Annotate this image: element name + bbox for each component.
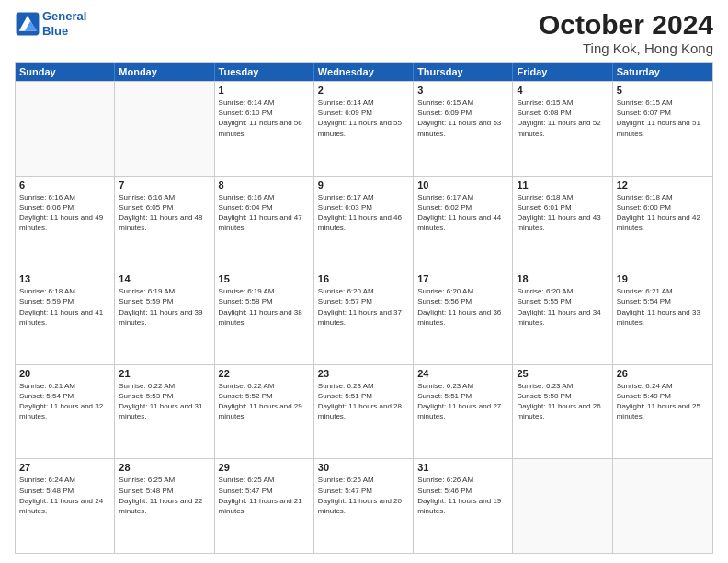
day-info: Sunrise: 6:16 AM Sunset: 6:05 PM Dayligh… [119, 192, 210, 234]
title-block: October 2024 Ting Kok, Hong Kong [539, 9, 713, 56]
cal-day-13: 13Sunrise: 6:18 AM Sunset: 5:59 PM Dayli… [16, 270, 115, 364]
cal-week-5: 27Sunrise: 6:24 AM Sunset: 5:48 PM Dayli… [16, 458, 712, 553]
cal-day-20: 20Sunrise: 6:21 AM Sunset: 5:54 PM Dayli… [16, 365, 115, 459]
cal-day-16: 16Sunrise: 6:20 AM Sunset: 5:57 PM Dayli… [314, 270, 414, 364]
day-number: 25 [517, 368, 608, 379]
cal-day-3: 3Sunrise: 6:15 AM Sunset: 6:09 PM Daylig… [414, 82, 513, 176]
cal-day-27: 27Sunrise: 6:24 AM Sunset: 5:48 PM Dayli… [16, 459, 115, 553]
cal-day-9: 9Sunrise: 6:17 AM Sunset: 6:03 PM Daylig… [314, 177, 414, 270]
calendar-header-row: SundayMondayTuesdayWednesdayThursdayFrid… [16, 63, 712, 81]
day-number: 14 [119, 273, 210, 284]
day-info: Sunrise: 6:20 AM Sunset: 5:56 PM Dayligh… [417, 286, 508, 327]
day-info: Sunrise: 6:26 AM Sunset: 5:46 PM Dayligh… [417, 475, 508, 516]
cal-day-2: 2Sunrise: 6:14 AM Sunset: 6:09 PM Daylig… [314, 82, 414, 176]
cal-day-18: 18Sunrise: 6:20 AM Sunset: 5:55 PM Dayli… [513, 270, 612, 364]
day-info: Sunrise: 6:16 AM Sunset: 6:06 PM Dayligh… [19, 192, 110, 234]
calendar: SundayMondayTuesdayWednesdayThursdayFrid… [15, 62, 713, 554]
cal-day-24: 24Sunrise: 6:23 AM Sunset: 5:51 PM Dayli… [414, 365, 513, 459]
cal-header-sunday: Sunday [16, 63, 115, 81]
day-info: Sunrise: 6:19 AM Sunset: 5:58 PM Dayligh… [219, 286, 310, 327]
day-number: 17 [417, 273, 508, 284]
day-number: 29 [219, 462, 310, 473]
day-info: Sunrise: 6:17 AM Sunset: 6:03 PM Dayligh… [318, 192, 409, 234]
day-number: 27 [19, 462, 110, 473]
calendar-subtitle: Ting Kok, Hong Kong [539, 40, 713, 56]
cal-day-6: 6Sunrise: 6:16 AM Sunset: 6:06 PM Daylig… [16, 177, 115, 270]
day-info: Sunrise: 6:23 AM Sunset: 5:51 PM Dayligh… [318, 381, 409, 422]
day-number: 1 [219, 85, 310, 96]
day-info: Sunrise: 6:19 AM Sunset: 5:59 PM Dayligh… [119, 286, 210, 327]
cal-day-29: 29Sunrise: 6:25 AM Sunset: 5:47 PM Dayli… [215, 459, 314, 553]
day-info: Sunrise: 6:18 AM Sunset: 5:59 PM Dayligh… [19, 286, 110, 327]
day-number: 5 [617, 85, 709, 96]
cal-day-empty [16, 82, 115, 176]
day-number: 7 [119, 179, 210, 190]
day-info: Sunrise: 6:14 AM Sunset: 6:09 PM Dayligh… [318, 98, 409, 139]
cal-header-saturday: Saturday [613, 63, 712, 81]
day-info: Sunrise: 6:26 AM Sunset: 5:47 PM Dayligh… [318, 475, 409, 516]
day-number: 12 [617, 179, 709, 190]
day-number: 6 [19, 179, 110, 190]
cal-day-1: 1Sunrise: 6:14 AM Sunset: 6:10 PM Daylig… [215, 82, 314, 176]
cal-day-empty [513, 459, 612, 553]
day-number: 13 [19, 273, 110, 284]
cal-day-5: 5Sunrise: 6:15 AM Sunset: 6:07 PM Daylig… [613, 82, 712, 176]
day-number: 11 [517, 179, 608, 190]
day-info: Sunrise: 6:25 AM Sunset: 5:48 PM Dayligh… [119, 475, 210, 516]
cal-day-21: 21Sunrise: 6:22 AM Sunset: 5:53 PM Dayli… [115, 365, 214, 459]
day-number: 28 [119, 462, 210, 473]
day-number: 31 [417, 462, 508, 473]
cal-header-friday: Friday [513, 63, 612, 81]
cal-week-4: 20Sunrise: 6:21 AM Sunset: 5:54 PM Dayli… [16, 364, 712, 459]
day-info: Sunrise: 6:22 AM Sunset: 5:53 PM Dayligh… [119, 381, 210, 422]
day-number: 19 [617, 273, 709, 284]
logo-blue: Blue [42, 24, 68, 38]
cal-day-25: 25Sunrise: 6:23 AM Sunset: 5:50 PM Dayli… [513, 365, 612, 459]
cal-day-14: 14Sunrise: 6:19 AM Sunset: 5:59 PM Dayli… [115, 270, 214, 364]
day-info: Sunrise: 6:24 AM Sunset: 5:48 PM Dayligh… [19, 475, 110, 516]
day-number: 30 [318, 462, 409, 473]
logo: General Blue [15, 9, 86, 38]
cal-day-28: 28Sunrise: 6:25 AM Sunset: 5:48 PM Dayli… [115, 459, 214, 553]
day-info: Sunrise: 6:16 AM Sunset: 6:04 PM Dayligh… [219, 192, 310, 234]
cal-week-2: 6Sunrise: 6:16 AM Sunset: 6:06 PM Daylig… [16, 176, 712, 270]
cal-day-empty [115, 82, 214, 176]
day-number: 18 [517, 273, 608, 284]
day-info: Sunrise: 6:20 AM Sunset: 5:57 PM Dayligh… [318, 286, 409, 327]
day-number: 10 [417, 179, 508, 190]
header: General Blue October 2024 Ting Kok, Hong… [15, 9, 713, 56]
cal-header-wednesday: Wednesday [314, 63, 414, 81]
cal-day-10: 10Sunrise: 6:17 AM Sunset: 6:02 PM Dayli… [414, 177, 513, 270]
cal-week-1: 1Sunrise: 6:14 AM Sunset: 6:10 PM Daylig… [16, 81, 712, 176]
day-info: Sunrise: 6:15 AM Sunset: 6:09 PM Dayligh… [417, 98, 508, 139]
day-info: Sunrise: 6:17 AM Sunset: 6:02 PM Dayligh… [417, 192, 508, 234]
day-info: Sunrise: 6:22 AM Sunset: 5:52 PM Dayligh… [219, 381, 310, 422]
cal-week-3: 13Sunrise: 6:18 AM Sunset: 5:59 PM Dayli… [16, 270, 712, 364]
day-info: Sunrise: 6:18 AM Sunset: 6:01 PM Dayligh… [517, 192, 608, 234]
day-number: 4 [517, 85, 608, 96]
day-info: Sunrise: 6:25 AM Sunset: 5:47 PM Dayligh… [219, 475, 310, 516]
cal-header-monday: Monday [115, 63, 214, 81]
page: General Blue October 2024 Ting Kok, Hong… [0, 0, 728, 563]
day-info: Sunrise: 6:15 AM Sunset: 6:08 PM Dayligh… [517, 98, 608, 139]
day-number: 22 [219, 368, 310, 379]
day-info: Sunrise: 6:24 AM Sunset: 5:49 PM Dayligh… [617, 381, 709, 422]
day-info: Sunrise: 6:23 AM Sunset: 5:51 PM Dayligh… [417, 381, 508, 422]
day-number: 24 [417, 368, 508, 379]
day-info: Sunrise: 6:14 AM Sunset: 6:10 PM Dayligh… [219, 98, 310, 139]
cal-day-15: 15Sunrise: 6:19 AM Sunset: 5:58 PM Dayli… [215, 270, 314, 364]
day-number: 26 [617, 368, 709, 379]
cal-day-19: 19Sunrise: 6:21 AM Sunset: 5:54 PM Dayli… [613, 270, 712, 364]
day-info: Sunrise: 6:21 AM Sunset: 5:54 PM Dayligh… [617, 286, 709, 327]
day-info: Sunrise: 6:15 AM Sunset: 6:07 PM Dayligh… [617, 98, 709, 139]
calendar-body: 1Sunrise: 6:14 AM Sunset: 6:10 PM Daylig… [16, 81, 712, 553]
cal-day-4: 4Sunrise: 6:15 AM Sunset: 6:08 PM Daylig… [513, 82, 612, 176]
cal-day-empty [613, 459, 712, 553]
cal-day-31: 31Sunrise: 6:26 AM Sunset: 5:46 PM Dayli… [414, 459, 513, 553]
day-info: Sunrise: 6:18 AM Sunset: 6:00 PM Dayligh… [617, 192, 709, 234]
day-number: 23 [318, 368, 409, 379]
logo-text: General Blue [42, 9, 86, 38]
day-number: 2 [318, 85, 409, 96]
cal-day-11: 11Sunrise: 6:18 AM Sunset: 6:01 PM Dayli… [513, 177, 612, 270]
cal-day-23: 23Sunrise: 6:23 AM Sunset: 5:51 PM Dayli… [314, 365, 414, 459]
